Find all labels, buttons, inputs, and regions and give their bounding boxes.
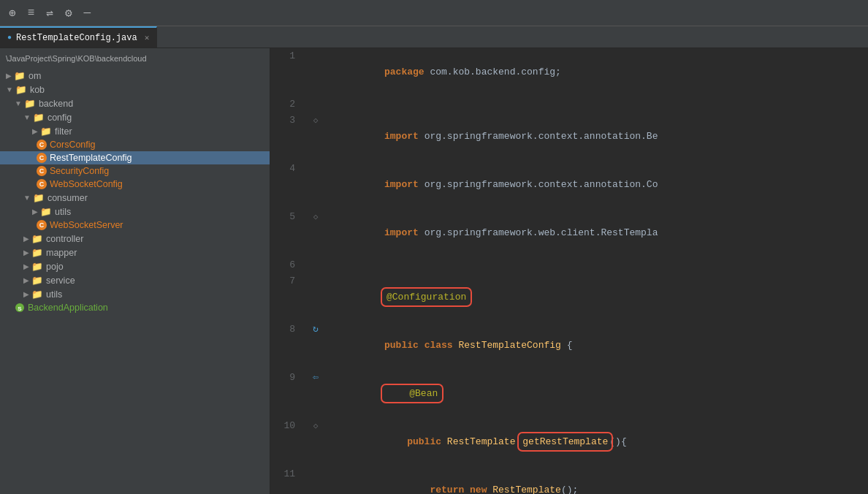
- reload-icon: ↻: [313, 324, 319, 335]
- method-name-highlight: getRestTemplate: [521, 436, 609, 448]
- tree-item-rest-template-config[interactable]: C RestTemplateConfig: [0, 151, 270, 164]
- class-icon: C: [37, 153, 47, 163]
- line-gutter: ◇: [307, 209, 324, 257]
- tree-label: backend: [39, 99, 73, 109]
- class-icon: C: [37, 179, 47, 189]
- folder-icon: 📁: [31, 275, 43, 286]
- line-gutter: [307, 257, 324, 273]
- tree-label: RestTemplateConfig: [50, 153, 132, 163]
- tab-label: RestTemplateConfig.java: [16, 33, 137, 43]
- tree-label: utils: [55, 207, 71, 217]
- folder-icon: 📁: [24, 98, 36, 109]
- line-gutter: [307, 96, 324, 113]
- folder-icon: 📁: [14, 70, 26, 81]
- tree-label: om: [28, 71, 41, 81]
- tree-item-service[interactable]: ▶ 📁 service: [0, 273, 270, 287]
- fold-icon: ◇: [313, 116, 319, 125]
- tree-label: CorsConfig: [50, 140, 96, 150]
- code-line-11: 11 return new RestTemplate();: [270, 466, 868, 494]
- class-icon: C: [37, 166, 47, 176]
- tree-item-utils[interactable]: ▶ 📁 utils: [0, 287, 270, 301]
- tab-close-icon[interactable]: ✕: [145, 33, 150, 42]
- tree-label: pojo: [46, 262, 64, 272]
- tree-item-config[interactable]: ▼ 📁 config: [0, 110, 270, 124]
- code-line-9: 9 ⇦ @Bean: [270, 370, 868, 418]
- code-line-4: 4 import org.springframework.context.ann…: [270, 161, 868, 209]
- tree-item-backend[interactable]: ▼ 📁 backend: [0, 96, 270, 110]
- tree-label: BackendApplication: [28, 303, 108, 313]
- folder-icon: 📁: [31, 247, 43, 258]
- arrow-icon: ▼: [23, 113, 31, 121]
- line-gutter: [307, 48, 324, 96]
- tree-label: consumer: [47, 193, 88, 203]
- code-line-7: 7 @Configuration: [270, 273, 868, 322]
- arrow-icon: ▼: [15, 99, 22, 107]
- tree-label: controller: [46, 234, 83, 244]
- line-content: import org.springframework.context.annot…: [324, 161, 868, 209]
- line-content: @Bean: [324, 370, 868, 418]
- tree-item-om[interactable]: ▶ 📁 om: [0, 69, 270, 83]
- code-line-5: 5 ◇ import org.springframework.web.clien…: [270, 209, 868, 257]
- folder-icon: 📁: [31, 233, 43, 244]
- tree-item-security-config[interactable]: C SecurityConfig: [0, 164, 270, 178]
- class-icon: C: [37, 220, 47, 230]
- line-content: @Configuration: [324, 273, 868, 322]
- line-number: 6: [270, 257, 307, 273]
- tree-item-controller[interactable]: ▶ 📁 controller: [0, 232, 270, 246]
- folder-icon: 📁: [15, 84, 27, 95]
- line-number: 11: [270, 466, 307, 494]
- tree-label: filter: [55, 126, 72, 137]
- svg-text:S: S: [18, 305, 22, 312]
- tree-item-websocket-server[interactable]: C WebSocketServer: [0, 218, 270, 232]
- toolbar-icon-settings[interactable]: ⚙: [62, 4, 75, 22]
- annotation-bean: @Bean: [384, 387, 440, 400]
- tree-item-cors-config[interactable]: C CorsConfig: [0, 138, 270, 151]
- tree-item-websocket-config[interactable]: C WebSocketConfig: [0, 178, 270, 191]
- line-gutter: ◇: [307, 418, 324, 466]
- line-content: import org.springframework.web.client.Re…: [324, 209, 868, 257]
- tree-item-pojo[interactable]: ▶ 📁 pojo: [0, 259, 270, 273]
- tab-bar: ● RestTemplateConfig.java ✕: [0, 26, 868, 48]
- toolbar-icon-minimize[interactable]: —: [81, 5, 94, 21]
- code-line-3: 3 ◇ import org.springframework.context.a…: [270, 113, 868, 161]
- arrow-icon: ▶: [23, 248, 29, 256]
- line-content: public class RestTemplateConfig {: [324, 322, 868, 370]
- annotation-configuration: @Configuration: [384, 291, 468, 303]
- toolbar-icon-list[interactable]: ≡: [25, 5, 38, 21]
- sidebar-path: \JavaProject\Spring\KOB\backendcloud: [0, 51, 270, 69]
- line-gutter: ↻: [307, 322, 324, 370]
- line-number: 10: [270, 418, 307, 466]
- tree-label: utils: [46, 289, 62, 300]
- line-gutter: [307, 466, 324, 494]
- arrow-icon: ▶: [32, 127, 38, 135]
- tree-item-filter[interactable]: ▶ 📁 filter: [0, 124, 270, 138]
- line-number: 3: [270, 113, 307, 161]
- line-gutter: ◇: [307, 113, 324, 161]
- toolbar-icon-add[interactable]: ⊕: [6, 4, 19, 22]
- line-number: 9: [270, 370, 307, 418]
- tree-item-utils-consumer[interactable]: ▶ 📁 utils: [0, 205, 270, 218]
- tree-label: mapper: [46, 248, 77, 258]
- folder-icon: 📁: [33, 112, 45, 123]
- line-gutter: ⇦: [307, 370, 324, 418]
- line-number: 7: [270, 273, 307, 322]
- toolbar-icon-swap[interactable]: ⇌: [43, 4, 56, 22]
- arrow-icon: ▶: [6, 72, 12, 80]
- code-area: 1 package com.kob.backend.config; 2 3 ◇ …: [270, 48, 868, 494]
- editor-panel[interactable]: 1 package com.kob.backend.config; 2 3 ◇ …: [270, 48, 868, 494]
- tree-item-mapper[interactable]: ▶ 📁 mapper: [0, 246, 270, 259]
- tree-item-backend-application[interactable]: S BackendApplication: [0, 301, 270, 314]
- line-content: public RestTemplate getRestTemplate(){: [324, 418, 868, 466]
- tab-dot: ●: [7, 34, 12, 42]
- folder-icon: 📁: [31, 289, 43, 300]
- tab-rest-template-config[interactable]: ● RestTemplateConfig.java ✕: [0, 26, 157, 48]
- code-line-2: 2: [270, 96, 868, 113]
- folder-icon: 📁: [40, 126, 52, 137]
- sidebar: \JavaProject\Spring\KOB\backendcloud ▶ 📁…: [0, 48, 270, 494]
- line-content: package com.kob.backend.config;: [324, 48, 868, 96]
- tree-item-kob[interactable]: ▼ 📁 kob: [0, 83, 270, 96]
- code-line-6: 6: [270, 257, 868, 273]
- folder-icon: 📁: [33, 192, 45, 203]
- line-content: return new RestTemplate();: [324, 466, 868, 494]
- tree-item-consumer[interactable]: ▼ 📁 consumer: [0, 191, 270, 205]
